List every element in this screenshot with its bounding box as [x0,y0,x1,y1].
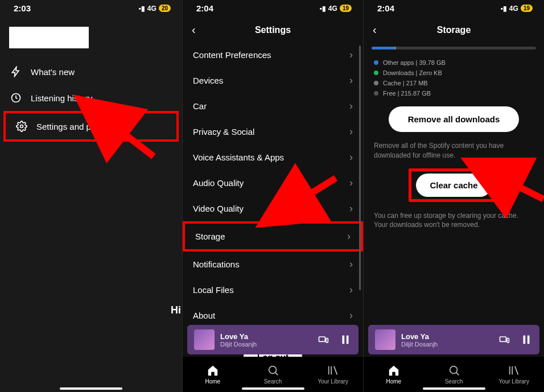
menu-item-settings-privacy[interactable]: Settings and privacy [3,111,179,142]
nav-library[interactable]: Your Library [303,357,363,392]
network-label: 4G [328,5,337,13]
menu-item-listening-history[interactable]: Listening history [0,85,182,111]
pause-icon[interactable] [339,333,352,346]
status-icons: ▪▮ 4G 20 [139,5,171,13]
chevron-right-icon: › [349,203,353,214]
menu-item-whats-new[interactable]: What's new [0,59,182,85]
track-artist: Diljit Dosanjh [220,341,312,348]
clear-cache-highlight: Clear cache [409,168,498,202]
account-menu: What's new Listening history Settings an… [0,59,182,142]
remove-downloads-button[interactable]: Remove all downloads [389,106,520,132]
nav-search[interactable]: Search [243,357,303,392]
clock: 2:04 [377,3,394,13]
back-button[interactable]: ‹ [192,23,196,36]
nav-search[interactable]: Search [424,357,484,392]
settings-row-content-preferences[interactable]: Content Preferences› [183,42,363,68]
legend-downloads: Downloads | Zero KB [374,68,534,78]
now-playing-bar[interactable]: Love Ya Diljit Dosanjh [187,325,358,354]
pause-icon[interactable] [520,333,533,346]
gear-icon [16,121,27,132]
battery-badge: 19 [340,5,352,12]
background-peek-text: Hi [171,304,181,316]
svg-rect-3 [326,339,328,343]
track-title: Love Ya [401,332,493,341]
screen-storage: 2:04 ▪▮ 4G 19 ‹ Storage Other apps | 39.… [363,0,544,392]
settings-row-notifications[interactable]: Notifications› [183,251,363,277]
settings-row-storage[interactable]: Storage› [183,221,363,251]
bottom-nav: Home Search Your Library [364,357,544,392]
status-bar: 2:03 ▪▮ 4G 20 [0,0,182,15]
legend-other-apps: Other apps | 39.78 GB [374,57,534,68]
legend-dot [374,91,378,96]
settings-row-devices[interactable]: Devices› [183,68,363,93]
chevron-right-icon: › [349,100,353,112]
album-art [194,329,215,350]
settings-row-privacy-social[interactable]: Privacy & Social› [183,119,363,145]
svg-point-1 [20,125,23,128]
clear-cache-container: Clear cache [364,168,544,202]
svg-point-6 [269,366,276,374]
settings-row-voice-assistants[interactable]: Voice Assistants & Apps› [183,145,363,170]
search-icon [267,364,279,377]
signal-icon: ▪▮ [501,5,507,13]
remove-downloads-container: Remove all downloads [364,106,544,132]
menu-label: What's new [31,67,75,77]
status-icons: ▪▮ 4G 19 [320,5,352,13]
track-title: Love Ya [220,332,312,341]
chevron-right-icon: › [349,151,353,163]
settings-row-audio-quality[interactable]: Audio Quality› [183,170,363,196]
legend-free: Free | 215.87 GB [374,88,534,98]
settings-row-local-files[interactable]: Local Files› [183,277,363,303]
chevron-right-icon: › [349,177,353,189]
scrollbar[interactable] [359,46,361,290]
legend-dot [374,81,378,85]
network-label: 4G [509,5,518,13]
battery-badge: 20 [159,5,171,12]
svg-rect-4 [343,336,345,344]
status-bar: 2:04 ▪▮ 4G 19 [364,0,544,15]
bolt-icon [10,66,22,77]
legend-cache: Cache | 217 MB [374,78,534,88]
svg-point-11 [450,366,457,374]
back-button[interactable]: ‹ [373,23,377,36]
nav-home[interactable]: Home [364,357,424,392]
now-playing-controls [498,333,533,346]
devices-icon[interactable] [498,334,510,345]
legend-dot [374,60,378,65]
svg-rect-10 [527,336,530,344]
signal-icon: ▪▮ [320,5,326,13]
home-indicator [242,387,304,390]
bottom-nav: Home Search Your Library [183,357,363,392]
now-playing-text: Love Ya Diljit Dosanjh [401,332,493,348]
svg-rect-8 [507,339,509,343]
storage-legend: Other apps | 39.78 GB Downloads | Zero K… [364,57,544,98]
library-icon [327,364,339,377]
settings-row-video-quality[interactable]: Video Quality› [183,196,363,221]
nav-library[interactable]: Your Library [484,357,544,392]
chevron-right-icon: › [349,258,353,270]
track-artist: Diljit Dosanjh [401,341,493,348]
redacted-username-box [9,27,89,48]
home-icon [207,364,219,377]
status-icons: ▪▮ 4G 19 [501,5,533,13]
screen-settings: 2:04 ▪▮ 4G 19 ‹ Settings Content Prefere… [182,0,363,392]
history-icon [10,92,22,104]
clear-cache-description: You can free up storage by clearing your… [364,205,544,230]
signal-icon: ▪▮ [139,5,145,13]
album-art [375,329,395,350]
page-title: Settings [183,25,363,35]
home-icon [388,364,400,377]
clear-cache-button[interactable]: Clear cache [416,174,491,197]
search-icon [448,364,460,377]
home-indicator [423,387,485,390]
home-indicator [60,387,122,390]
settings-row-car[interactable]: Car› [183,93,363,119]
devices-icon[interactable] [318,334,329,345]
now-playing-controls [318,333,352,346]
network-label: 4G [147,5,156,13]
nav-home[interactable]: Home [183,357,243,392]
chevron-right-icon: › [349,126,353,138]
clock: 2:03 [14,3,31,13]
storage-usage-bar [372,47,536,49]
now-playing-bar[interactable]: Love Ya Diljit Dosanjh [368,325,539,354]
